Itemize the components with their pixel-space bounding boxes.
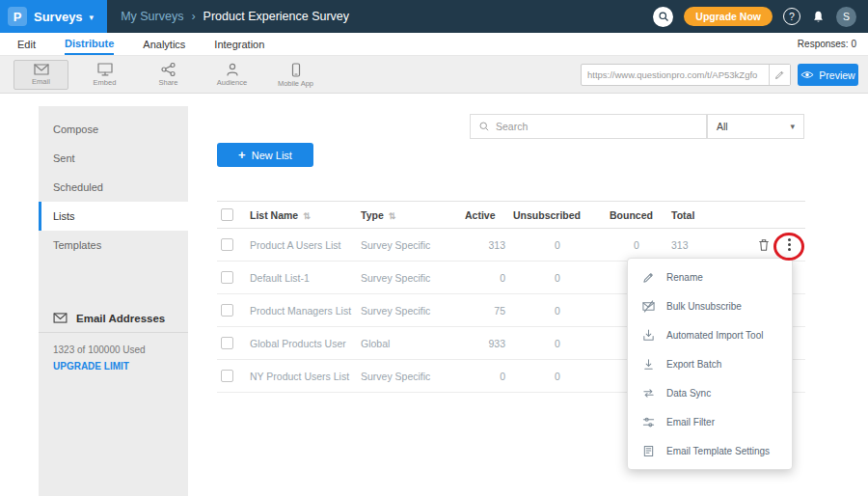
email-template-settings-icon: [641, 444, 655, 457]
sort-icon[interactable]: ⇅: [389, 211, 396, 221]
row-checkbox[interactable]: [221, 271, 233, 284]
tab-analytics[interactable]: Analytics: [143, 33, 185, 55]
column-header-list-name: List Name: [250, 209, 298, 221]
survey-nav: Edit Distribute Analytics Integration Re…: [0, 33, 868, 56]
new-list-label: New List: [252, 150, 292, 161]
tab-integration[interactable]: Integration: [214, 33, 264, 55]
content: Compose Sent Scheduled Lists Templates E…: [0, 94, 868, 496]
column-header-type: Type: [361, 209, 384, 221]
list-name-link[interactable]: Product Managers List: [246, 294, 357, 327]
tab-edit[interactable]: Edit: [17, 33, 36, 55]
new-list-button[interactable]: + New List: [217, 143, 313, 167]
email-addresses-header: Email Addresses: [39, 304, 188, 333]
upgrade-limit-link[interactable]: UPGRADE LIMIT: [39, 355, 188, 377]
edit-url-button[interactable]: [769, 65, 790, 85]
column-header-total: Total: [667, 202, 727, 229]
chevron-down-icon: ▾: [90, 13, 95, 22]
email-addresses-section: Email Addresses 1323 of 100000 Used UPGR…: [39, 304, 188, 377]
embed-icon: [97, 63, 113, 76]
menu-item-label: Automated Import Tool: [666, 330, 763, 341]
channel-label: Mobile App: [278, 79, 313, 88]
list-filter-dropdown[interactable]: All ▾: [707, 114, 804, 139]
menu-item-label: Email Filter: [666, 417, 715, 427]
sidebar-item-templates[interactable]: Templates: [39, 231, 188, 260]
cell-type: Global: [357, 327, 461, 360]
cell-active: 933: [461, 327, 509, 360]
sort-icon[interactable]: ⇅: [303, 211, 311, 221]
menu-item-email-filter[interactable]: Email Filter: [628, 407, 792, 436]
email-sidebar: Compose Sent Scheduled Lists Templates E…: [39, 106, 188, 496]
app-root: P Surveys ▾ My Surveys › Product Experie…: [0, 0, 868, 496]
menu-item-export-batch[interactable]: Export Batch: [628, 349, 792, 378]
email-usage-text: 1323 of 100000 Used: [39, 333, 188, 355]
list-name-link[interactable]: NY Product Users List: [246, 360, 357, 393]
preview-button[interactable]: Preview: [798, 64, 858, 86]
channel-share[interactable]: Share: [141, 60, 196, 90]
survey-url-input[interactable]: [582, 69, 769, 80]
row-context-menu: Rename Bulk Unsubscribe Automated Import…: [627, 258, 793, 470]
channel-mobile-app[interactable]: Mobile App: [268, 60, 323, 90]
cell-active: 0: [461, 262, 509, 294]
channel-audience[interactable]: Audience: [204, 60, 259, 90]
menu-item-label: Data Sync: [666, 388, 711, 399]
sidebar-item-scheduled[interactable]: Scheduled: [39, 173, 188, 202]
user-avatar[interactable]: S: [836, 7, 856, 27]
search-icon: [478, 121, 490, 132]
menu-item-email-template-settings[interactable]: Email Template Settings: [628, 436, 792, 465]
cell-type: Survey Specific: [357, 294, 461, 327]
cell-active: 75: [461, 294, 509, 327]
menu-item-label: Email Template Settings: [666, 446, 770, 456]
row-checkbox[interactable]: [221, 370, 233, 382]
share-icon: [161, 63, 176, 76]
global-search-button[interactable]: [653, 7, 673, 27]
pencil-icon: [774, 69, 785, 80]
row-menu-kebab-icon[interactable]: [782, 237, 796, 253]
menu-item-data-sync[interactable]: Data Sync: [628, 378, 792, 407]
upgrade-now-button[interactable]: Upgrade Now: [684, 7, 773, 26]
menu-item-bulk-unsubscribe[interactable]: Bulk Unsubscribe: [628, 291, 792, 320]
tab-distribute[interactable]: Distribute: [65, 33, 114, 55]
notifications-bell-icon[interactable]: [811, 10, 826, 24]
plus-icon: +: [238, 149, 246, 161]
breadcrumb-parent[interactable]: My Surveys: [121, 10, 183, 23]
page-title: Product Experience Survey: [203, 10, 349, 23]
sidebar-item-lists[interactable]: Lists: [39, 202, 188, 231]
column-header-unsubscribed: Unsubscribed: [509, 202, 606, 229]
help-button[interactable]: ?: [783, 8, 800, 25]
row-actions: [731, 237, 801, 253]
menu-item-automated-import-tool[interactable]: Automated Import Tool: [628, 320, 792, 349]
channel-label: Email: [32, 77, 50, 86]
delete-list-icon[interactable]: [758, 238, 770, 252]
preview-label: Preview: [819, 69, 854, 81]
menu-item-label: Bulk Unsubscribe: [666, 301, 742, 312]
table-header-row: List Name⇅ Type⇅ Active Unsubscribed Bou…: [217, 202, 805, 229]
select-all-checkbox[interactable]: [221, 208, 233, 221]
row-checkbox[interactable]: [221, 304, 233, 317]
sidebar-item-sent[interactable]: Sent: [39, 144, 188, 173]
table-row: Product A Users List Survey Specific 313…: [217, 229, 805, 262]
chevron-down-icon: ▾: [790, 122, 795, 131]
automated-import-icon: [641, 328, 655, 342]
row-checkbox[interactable]: [221, 337, 233, 349]
list-name-link[interactable]: Global Products User: [246, 327, 357, 360]
distribute-toolbar: Email Embed Share Audience: [0, 56, 868, 94]
product-name: Surveys: [34, 10, 83, 24]
channel-embed[interactable]: Embed: [77, 60, 132, 90]
sidebar-item-compose[interactable]: Compose: [39, 115, 188, 144]
channel-label: Embed: [94, 78, 117, 87]
cell-type: Survey Specific: [357, 262, 461, 294]
breadcrumb: My Surveys › Product Experience Survey: [121, 10, 349, 23]
list-search-input[interactable]: [496, 121, 698, 132]
menu-item-rename[interactable]: Rename: [628, 262, 792, 291]
filter-value: All: [717, 121, 728, 132]
list-name-link[interactable]: Product A Users List: [246, 229, 357, 262]
column-header-bounced: Bounced: [606, 202, 667, 229]
column-header-active: Active: [461, 202, 509, 229]
row-checkbox[interactable]: [221, 238, 233, 251]
channel-email[interactable]: Email: [14, 60, 68, 90]
product-switcher[interactable]: P Surveys ▾: [0, 0, 107, 33]
cell-type: Survey Specific: [357, 360, 461, 393]
channel-label: Share: [158, 78, 177, 87]
cell-bounced: 0: [606, 229, 667, 262]
list-name-link[interactable]: Default List-1: [246, 262, 357, 294]
